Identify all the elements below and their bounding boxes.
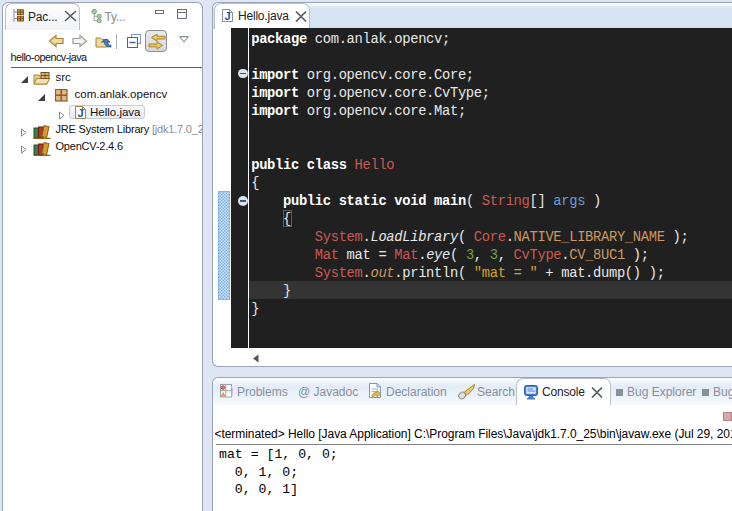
svg-text:J: J [77,107,83,119]
svg-text:J: J [225,10,231,22]
